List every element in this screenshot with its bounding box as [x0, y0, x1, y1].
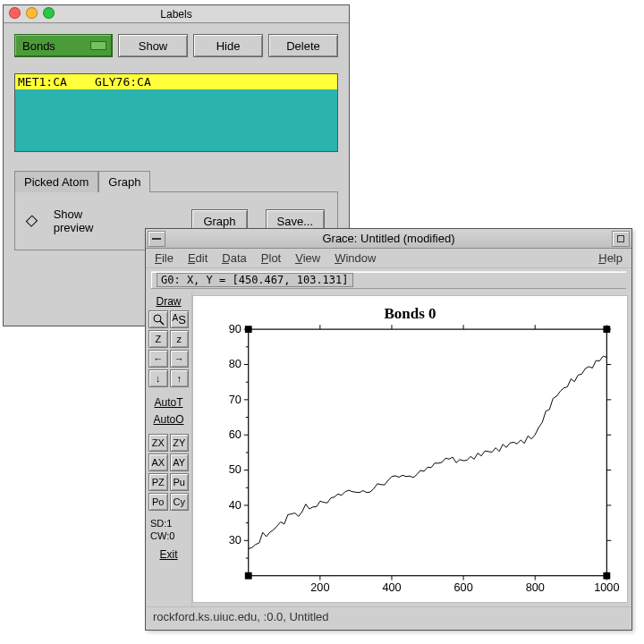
tab-graph[interactable]: Graph	[98, 171, 150, 192]
dropdown-indicator-icon	[90, 41, 106, 50]
draw-button[interactable]: Draw	[148, 295, 189, 308]
grace-window-title: Grace: Untitled (modified)	[167, 232, 610, 245]
zoom-icon[interactable]	[43, 7, 55, 19]
list-item[interactable]: MET1:CA GLY76:CA	[15, 74, 337, 89]
svg-text:70: 70	[229, 394, 242, 406]
autoo-button[interactable]: AutoO	[148, 413, 189, 426]
svg-text:40: 40	[229, 499, 242, 512]
autot-button[interactable]: AutoT	[148, 396, 189, 409]
ax-button[interactable]: AX	[148, 453, 168, 471]
arrow-left-icon[interactable]: ←	[148, 350, 168, 368]
category-dropdown[interactable]: Bonds	[14, 34, 113, 57]
plot-area[interactable]: Bonds 0 304050607080902004006008001000	[192, 295, 628, 603]
svg-text:30: 30	[229, 534, 242, 547]
svg-text:50: 50	[229, 463, 242, 476]
dropdown-label: Bonds	[22, 39, 55, 53]
arrow-up-icon[interactable]: ↑	[170, 369, 190, 387]
svg-text:200: 200	[310, 581, 329, 594]
zy-button[interactable]: ZY	[170, 434, 190, 452]
chart-canvas: 304050607080902004006008001000	[193, 296, 627, 602]
svg-line-1	[160, 321, 164, 325]
footer-text: rockford.ks.uiuc.edu, :0.0, Untitled	[153, 610, 329, 623]
cy-button[interactable]: Cy	[170, 493, 190, 511]
minimize-icon[interactable]	[26, 7, 38, 19]
labels-list[interactable]: MET1:CA GLY76:CA	[14, 73, 338, 152]
tab-picked-atom[interactable]: Picked Atom	[14, 171, 98, 192]
diamond-bullet-icon	[26, 215, 38, 226]
menu-view[interactable]: View	[295, 251, 320, 265]
svg-point-0	[154, 315, 161, 322]
svg-text:60: 60	[229, 428, 242, 441]
grace-titlebar: Grace: Untitled (modified)	[146, 229, 631, 249]
zx-button[interactable]: ZX	[148, 434, 168, 452]
po-button[interactable]: Po	[148, 493, 168, 511]
show-preview-label: Show preview	[54, 208, 114, 234]
svg-rect-5	[245, 572, 252, 580]
grace-window: Grace: Untitled (modified) File Edit Dat…	[145, 228, 632, 631]
svg-rect-2	[249, 329, 607, 576]
labels-titlebar: Labels	[4, 5, 349, 23]
exit-button[interactable]: Exit	[148, 548, 189, 561]
menu-window[interactable]: Window	[335, 251, 376, 265]
hide-button[interactable]: Hide	[193, 34, 263, 57]
window-controls	[9, 7, 55, 19]
arrow-down-icon[interactable]: ↓	[148, 369, 168, 387]
arrow-right-icon[interactable]: →	[170, 350, 190, 368]
cw-label: CW:0	[148, 530, 189, 541]
autoscale-icon[interactable]: AS	[170, 310, 190, 328]
svg-text:800: 800	[526, 581, 545, 594]
ay-button[interactable]: AY	[170, 453, 190, 471]
menu-data[interactable]: Data	[222, 251, 246, 265]
shrink-z-icon[interactable]: z	[170, 330, 190, 348]
locator-bar: G0: X, Y = [450.467, 103.131]	[151, 271, 626, 289]
pz-button[interactable]: PZ	[148, 473, 168, 491]
zoom-in-icon[interactable]	[148, 310, 168, 328]
delete-button[interactable]: Delete	[268, 34, 338, 57]
sd-label: SD:1	[148, 518, 189, 529]
grace-footer: rockford.ks.uiuc.edu, :0.0, Untitled	[146, 606, 631, 626]
locator-text: G0: X, Y = [450.467, 103.131]	[157, 273, 353, 287]
svg-text:90: 90	[229, 323, 242, 335]
tool-panel: Draw AS Z z ← → ↓ ↑ AutoT AutoO ZXZY AXA…	[146, 292, 192, 606]
svg-text:600: 600	[454, 581, 473, 594]
menu-edit[interactable]: Edit	[188, 251, 208, 265]
maximize-icon[interactable]	[612, 231, 630, 247]
menu-plot[interactable]: Plot	[261, 251, 281, 265]
pu-button[interactable]: Pu	[170, 473, 190, 491]
menu-file[interactable]: File	[155, 251, 174, 265]
svg-text:400: 400	[382, 581, 401, 594]
menubar: File Edit Data Plot View Window Help	[146, 249, 631, 268]
close-icon[interactable]	[9, 7, 21, 19]
svg-text:80: 80	[229, 358, 242, 370]
menu-help[interactable]: Help	[598, 251, 623, 265]
svg-text:1000: 1000	[594, 581, 619, 594]
sysmenu-icon[interactable]	[148, 231, 165, 247]
window-title: Labels	[160, 8, 191, 21]
expand-z-icon[interactable]: Z	[148, 330, 168, 348]
show-button[interactable]: Show	[118, 34, 188, 57]
